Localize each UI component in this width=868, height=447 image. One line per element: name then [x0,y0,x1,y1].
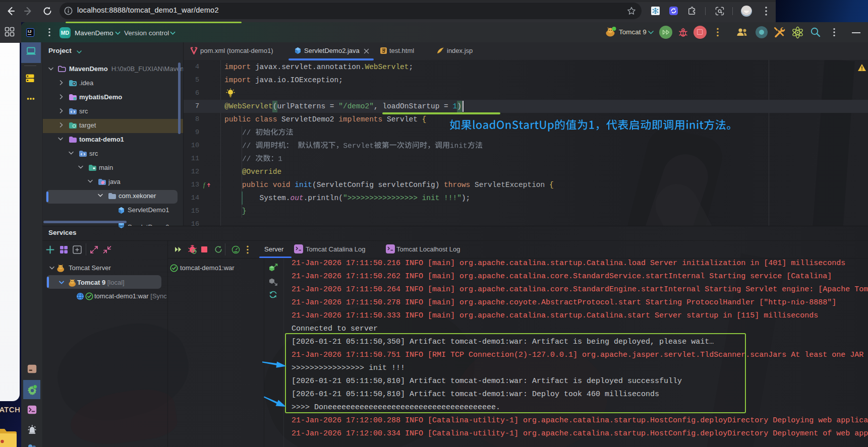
svg-text:f: f [203,181,206,188]
